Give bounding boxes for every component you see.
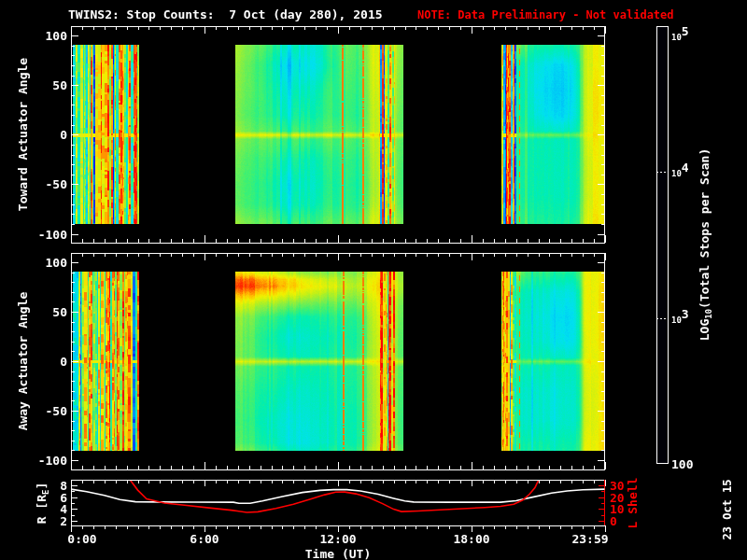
- twins2-stop-counts-figure: TWINS2: Stop Counts: 7 Oct (day 280), 20…: [0, 0, 747, 560]
- y-axis-tick-label: 50: [52, 306, 67, 318]
- colorbar-tick-label: 105: [671, 30, 689, 42]
- time-tick-label: 18:00: [453, 533, 489, 545]
- y-axis-tick-label: 100: [46, 30, 67, 42]
- date-stamp: 23 Oct 15: [722, 479, 733, 539]
- data-preliminary-note: NOTE: Data Preliminary - Not validated: [417, 8, 674, 21]
- time-axis-label: Time (UT): [305, 548, 371, 560]
- axes-and-lines-svg: [0, 0, 747, 560]
- y-axis-tick-label: 0: [60, 356, 67, 368]
- y-axis-tick-label: -100: [38, 228, 67, 240]
- y-axis-tick-label: 50: [52, 79, 67, 91]
- r-axis-label: R [RE]: [35, 483, 51, 525]
- y-axis-tick-label: 0: [60, 129, 67, 141]
- colorbar-tick-label: 104: [671, 166, 689, 178]
- plot-title: TWINS2: Stop Counts: 7 Oct (day 280), 20…: [68, 7, 383, 21]
- time-tick-label: 12:00: [319, 533, 356, 545]
- time-tick-label: 0:00: [67, 533, 96, 545]
- y-axis-tick-label: -100: [38, 455, 67, 467]
- colorbar-tick-label: 103: [671, 312, 689, 324]
- y-axis-tick-label: 100: [46, 257, 67, 269]
- colorbar-bottom-label: 100: [671, 458, 693, 470]
- l-shell-line: [129, 478, 540, 512]
- r-axis-tick-label: 2: [60, 515, 67, 527]
- time-tick-label: 6:00: [190, 533, 218, 545]
- y-axis-tick-label: -50: [46, 178, 67, 190]
- colorbar-gradient: [656, 26, 669, 464]
- time-tick-label: 23:59: [571, 533, 608, 545]
- panel1-ylabel: Toward Actuator Angle: [17, 58, 29, 211]
- y-axis-tick-label: -50: [46, 405, 67, 417]
- panel2-ylabel: Away Actuator Angle: [17, 292, 29, 431]
- l-shell-axis-label: L Shell: [627, 478, 639, 529]
- colorbar-label: LOG10(Total Stops per Scan): [698, 148, 714, 342]
- l-axis-tick-label: 0: [610, 515, 617, 527]
